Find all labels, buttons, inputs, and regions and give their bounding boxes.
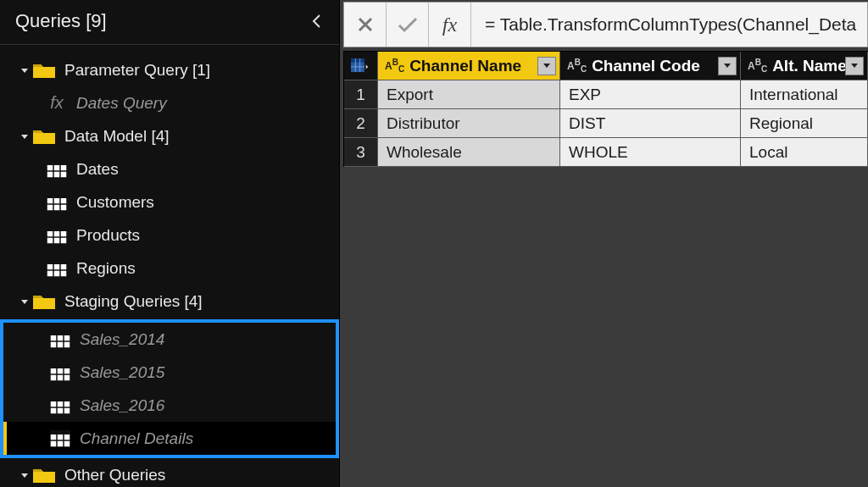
grid-corner[interactable] bbox=[344, 52, 378, 80]
table-icon bbox=[46, 160, 68, 179]
tree-group-label: Staging Queries [4] bbox=[64, 292, 203, 311]
tree-item[interactable]: Channel Details bbox=[3, 422, 336, 455]
column-header-label: Channel Name bbox=[409, 57, 521, 75]
svg-rect-49 bbox=[351, 58, 364, 62]
tree-item-label: Sales_2016 bbox=[80, 396, 164, 415]
tree-item[interactable]: fxDates Query bbox=[0, 86, 339, 119]
collapse-pane-icon[interactable] bbox=[307, 12, 326, 30]
table-icon bbox=[46, 226, 68, 245]
grid-cell[interactable]: WHOLE bbox=[560, 138, 741, 167]
tree-group-label: Parameter Query [1] bbox=[64, 61, 210, 80]
table-icon bbox=[49, 363, 71, 382]
expand-arrow-icon[interactable] bbox=[17, 470, 32, 480]
tree-item-label: Products bbox=[76, 226, 140, 245]
column-header-label: Channel Code bbox=[592, 57, 700, 75]
table-icon bbox=[46, 193, 68, 212]
grid-cell[interactable]: Distributor bbox=[378, 109, 560, 138]
tree-item[interactable]: Sales_2014 bbox=[3, 323, 336, 356]
tree-item-label: Dates Query bbox=[76, 94, 167, 113]
tree-group-label: Other Queries bbox=[64, 466, 165, 484]
tree-item[interactable]: Products bbox=[0, 219, 339, 252]
grid-cell[interactable]: DIST bbox=[560, 109, 741, 138]
formula-cancel-button[interactable] bbox=[344, 3, 387, 47]
column-filter-dropdown[interactable] bbox=[718, 57, 737, 75]
tree-item-label: Dates bbox=[76, 160, 119, 179]
tree-group-label: Data Model [4] bbox=[64, 127, 170, 146]
fx-icon[interactable]: fx bbox=[429, 3, 471, 47]
column-header-label: Alt. Name bbox=[772, 57, 847, 75]
table-icon bbox=[49, 396, 71, 415]
row-number[interactable]: 1 bbox=[344, 80, 378, 109]
tree-item[interactable]: Regions bbox=[0, 252, 339, 285]
tree-item[interactable]: Dates bbox=[0, 152, 339, 185]
table-icon bbox=[49, 429, 71, 448]
formula-bar: fx = Table.TransformColumnTypes(Channel_… bbox=[343, 2, 868, 47]
tree-item-label: Customers bbox=[76, 193, 154, 212]
tree-item[interactable]: Sales_2016 bbox=[3, 389, 336, 422]
row-number[interactable]: 3 bbox=[344, 138, 378, 167]
tree-item[interactable]: Sales_2015 bbox=[3, 356, 336, 389]
grid-cell[interactable]: Regional bbox=[741, 109, 868, 138]
expand-arrow-icon[interactable] bbox=[17, 65, 32, 75]
row-number[interactable]: 2 bbox=[344, 109, 378, 138]
column-filter-dropdown[interactable] bbox=[537, 57, 556, 75]
folder-icon bbox=[32, 61, 56, 80]
grid-cell[interactable]: International bbox=[741, 80, 868, 109]
folder-icon bbox=[32, 466, 56, 484]
tree-group[interactable]: Parameter Query [1] bbox=[0, 53, 339, 86]
tree-group[interactable]: Other Queries bbox=[0, 458, 339, 487]
formula-commit-button[interactable] bbox=[387, 3, 429, 47]
tree-item-label: Channel Details bbox=[80, 429, 193, 448]
tree-item-label: Sales_2015 bbox=[80, 363, 164, 382]
grid-cell[interactable]: Wholesale bbox=[378, 138, 560, 167]
table-icon bbox=[46, 259, 68, 278]
data-preview-grid: ABCChannel NameABCChannel CodeABCAlt. Na… bbox=[343, 51, 868, 167]
formula-input[interactable]: = Table.TransformColumnTypes(Channel_Det… bbox=[471, 14, 867, 35]
tree-item-label: Sales_2014 bbox=[80, 330, 164, 349]
editor-main: fx = Table.TransformColumnTypes(Channel_… bbox=[340, 0, 868, 487]
expand-arrow-icon[interactable] bbox=[17, 296, 32, 307]
highlight-box: Sales_2014Sales_2015Sales_2016Channel De… bbox=[0, 319, 339, 458]
column-filter-dropdown[interactable] bbox=[845, 57, 864, 75]
fx-icon: fx bbox=[46, 93, 68, 113]
tree-group[interactable]: Staging Queries [4] bbox=[0, 285, 339, 318]
tree-item-label: Regions bbox=[76, 259, 136, 278]
table-icon bbox=[49, 330, 71, 349]
queries-pane-title: Queries [9] bbox=[15, 10, 107, 32]
column-header[interactable]: ABCChannel Code bbox=[560, 52, 741, 80]
column-header[interactable]: ABCAlt. Name bbox=[741, 52, 868, 80]
tree-group[interactable]: Data Model [4] bbox=[0, 119, 339, 152]
folder-icon bbox=[32, 127, 56, 146]
grid-cell[interactable]: EXP bbox=[560, 80, 741, 109]
column-header[interactable]: ABCChannel Name bbox=[378, 52, 560, 80]
folder-icon bbox=[32, 292, 56, 311]
grid-cell[interactable]: Local bbox=[741, 138, 868, 167]
grid-cell[interactable]: Export bbox=[378, 80, 560, 109]
queries-pane: Queries [9] Parameter Query [1]fxDates Q… bbox=[0, 0, 340, 487]
queries-pane-header: Queries [9] bbox=[0, 0, 339, 45]
expand-arrow-icon[interactable] bbox=[17, 131, 32, 141]
tree-item[interactable]: Customers bbox=[0, 185, 339, 219]
queries-tree: Parameter Query [1]fxDates QueryData Mod… bbox=[0, 45, 339, 487]
